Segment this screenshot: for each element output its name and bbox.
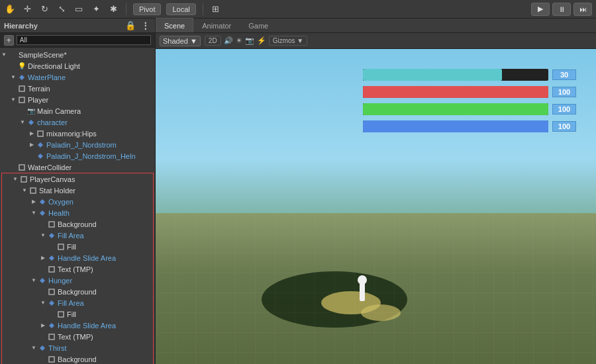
tree-item-health-fillarea[interactable]: Fill Area <box>2 230 153 241</box>
thirst-arrow[interactable] <box>30 344 38 352</box>
tree-item-mixamorig[interactable]: mixamorig:Hips <box>0 128 155 139</box>
tree-item-watercollider[interactable]: WaterCollider <box>0 161 155 173</box>
custom-tool-icon[interactable]: ✱ <box>107 3 119 15</box>
camera-icon[interactable]: 📷 <box>245 36 254 45</box>
scale-tool-icon[interactable]: ⤡ <box>56 3 68 15</box>
tree-item-health-text[interactable]: Text (TMP) <box>2 263 153 275</box>
playercanvas-icon <box>19 175 28 184</box>
tree-item-health-fill[interactable]: Fill <box>2 241 153 252</box>
transform-tool-icon[interactable]: ✦ <box>90 3 102 15</box>
tab-game[interactable]: Game <box>240 18 277 32</box>
search-input[interactable] <box>17 35 151 45</box>
local-button[interactable]: Local <box>166 3 195 15</box>
shading-label: Shaded <box>163 37 188 45</box>
oxygen-arrow[interactable] <box>30 198 38 206</box>
health-bg-icon <box>47 220 56 229</box>
player-arrow[interactable] <box>9 96 17 104</box>
mixamorig-arrow[interactable] <box>28 130 36 138</box>
tree-item-hunger[interactable]: Hunger <box>2 275 153 286</box>
tree-item-playercanvas[interactable]: PlayerCanvas <box>2 173 153 185</box>
tree-item-hunger-fillarea[interactable]: Fill Area <box>2 297 153 308</box>
hunger-handle-arrow[interactable] <box>39 322 47 330</box>
tree-item-statholder[interactable]: Stat Holder <box>2 185 153 196</box>
hand-tool-icon[interactable]: ✋ <box>4 3 16 15</box>
play-button[interactable]: ▶ <box>531 3 550 16</box>
tree-item-terrain[interactable]: Terrain <box>0 83 155 94</box>
2d-button[interactable]: 2D <box>205 36 221 46</box>
tree-item-hunger-bg[interactable]: Background <box>2 286 153 297</box>
tree-item-hunger-handle[interactable]: Handle Slide Area <box>2 320 153 331</box>
stat-bar-row-thirst: 100 <box>363 120 576 132</box>
dirlight-icon: 💡 <box>17 62 26 71</box>
tree-item-health-bg[interactable]: Background <box>2 218 153 230</box>
effects-icon[interactable]: ⚡ <box>257 36 266 45</box>
step-button[interactable]: ⏭ <box>573 3 592 16</box>
lock-icon[interactable]: 🔒 <box>124 20 136 32</box>
tree-item-oxygen[interactable]: Oxygen <box>2 196 153 207</box>
lighting-icon[interactable]: ☀ <box>236 36 242 45</box>
tree-item-paladinhel[interactable]: Paladin_J_Nordstrom_Heln <box>0 150 155 161</box>
tree-item-thirst[interactable]: Thirst <box>2 342 153 353</box>
rect-tool-icon[interactable]: ▭ <box>73 3 85 15</box>
tree-item-maincamera[interactable]: 📷Main Camera <box>0 105 155 116</box>
tree-item-health[interactable]: Health <box>2 207 153 218</box>
audio-icon[interactable]: 🔊 <box>224 36 233 45</box>
statholder-label: Stat Holder <box>38 187 75 195</box>
hunger-fillarea-arrow[interactable] <box>39 299 47 307</box>
tree-item-samplescene[interactable]: SampleScene* <box>0 49 155 60</box>
svg-rect-31 <box>156 213 596 364</box>
stat-bar-track-thirst <box>363 120 548 132</box>
more-icon[interactable]: ⋮ <box>139 20 151 32</box>
hierarchy-header: Hierarchy 🔒 ⋮ <box>0 19 155 33</box>
health-handle-arrow[interactable] <box>39 254 47 262</box>
stat-bar-row-oxygen: 30 <box>363 69 576 81</box>
tree-item-paladin[interactable]: Paladin_J_Nordstrom <box>0 139 155 150</box>
svg-marker-6 <box>38 154 43 159</box>
svg-rect-9 <box>30 188 36 193</box>
tree-item-hunger-text[interactable]: Text (TMP) <box>2 331 153 342</box>
health-text-icon <box>47 265 56 274</box>
statholder-arrow[interactable] <box>21 187 28 195</box>
health-fillarea-arrow[interactable] <box>39 232 47 240</box>
character-arrow[interactable] <box>19 118 26 126</box>
tree-item-player[interactable]: Player <box>0 94 155 105</box>
tree-item-character[interactable]: character <box>0 116 155 128</box>
waterplane-arrow[interactable] <box>9 73 17 81</box>
sep1 <box>126 3 126 15</box>
hunger-arrow[interactable] <box>30 277 38 285</box>
svg-marker-0 <box>19 75 25 80</box>
pivot-button[interactable]: Pivot <box>133 3 161 15</box>
add-button[interactable]: + <box>4 35 14 46</box>
tree-item-health-handle[interactable]: Handle Slide Area <box>2 252 153 263</box>
shading-dropdown[interactable]: Shaded ▼ <box>160 36 201 46</box>
pause-button[interactable]: ⏸ <box>552 3 571 16</box>
move-tool-icon[interactable]: ✛ <box>21 3 33 15</box>
svg-rect-2 <box>19 97 25 103</box>
stat-bar-value-health: 100 <box>552 87 576 97</box>
scene-toolbar-icons: 2D 🔊 ☀ 📷 ⚡ Gizmos ▼ <box>205 36 307 46</box>
hunger-text-icon <box>47 332 56 341</box>
character-icon <box>26 118 36 127</box>
health-handle-icon <box>47 253 56 263</box>
stat-bar-track-oxygen <box>363 69 548 81</box>
tree-item-thirst-bg[interactable]: Background <box>2 353 153 364</box>
tree-item-hunger-fill[interactable]: Fill <box>2 308 153 320</box>
rotate-tool-icon[interactable]: ↻ <box>38 3 50 15</box>
health-arrow[interactable] <box>30 209 38 217</box>
samplescene-arrow[interactable] <box>0 51 8 59</box>
player-label: Player <box>26 96 48 104</box>
playercanvas-arrow[interactable] <box>11 175 19 183</box>
svg-marker-15 <box>49 255 54 261</box>
grid-icon[interactable]: ⊞ <box>210 3 222 15</box>
paladin-arrow[interactable] <box>28 141 36 149</box>
gizmos-icon[interactable]: Gizmos ▼ <box>269 36 308 46</box>
hierarchy-panel: Hierarchy 🔒 ⋮ + SampleScene*💡Directional… <box>0 19 156 364</box>
scene-tabs: Scene Animator Game <box>156 19 596 33</box>
svg-marker-3 <box>28 120 34 125</box>
health-handle-label: Handle Slide Area <box>56 254 116 262</box>
health-label: Health <box>47 209 70 217</box>
tab-scene[interactable]: Scene <box>156 18 193 32</box>
tree-item-dirlight[interactable]: 💡Directional Light <box>0 60 155 71</box>
tree-item-waterplane[interactable]: WaterPlane <box>0 71 155 83</box>
tab-animator[interactable]: Animator <box>193 18 240 32</box>
